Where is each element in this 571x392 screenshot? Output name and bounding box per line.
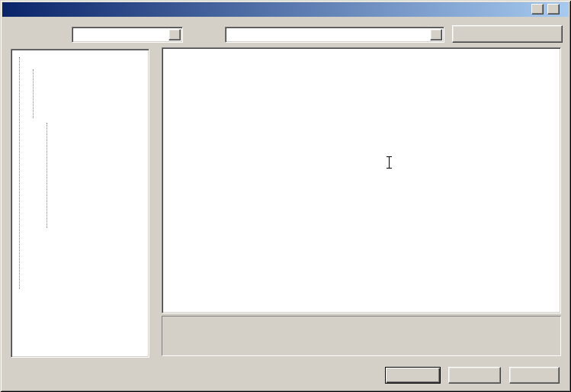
tree-guide-line bbox=[19, 57, 20, 289]
description-panel bbox=[162, 316, 561, 356]
apply-button[interactable] bbox=[509, 367, 560, 384]
chevron-down-icon[interactable] bbox=[168, 29, 181, 40]
ok-button[interactable] bbox=[385, 367, 441, 384]
property-pages-dialog bbox=[0, 0, 571, 392]
chevron-down-icon[interactable] bbox=[430, 29, 442, 40]
configuration-select[interactable] bbox=[72, 27, 183, 43]
property-grid bbox=[162, 47, 561, 313]
window-titlebar[interactable] bbox=[2, 2, 569, 17]
cancel-button[interactable] bbox=[448, 367, 501, 384]
help-button[interactable] bbox=[531, 4, 544, 14]
platform-select[interactable] bbox=[225, 27, 444, 43]
tree-guide-line bbox=[33, 69, 34, 118]
close-button[interactable] bbox=[547, 4, 560, 14]
tree-view bbox=[11, 49, 149, 358]
configuration-manager-button[interactable] bbox=[452, 25, 563, 43]
tree-guide-line bbox=[47, 123, 47, 228]
